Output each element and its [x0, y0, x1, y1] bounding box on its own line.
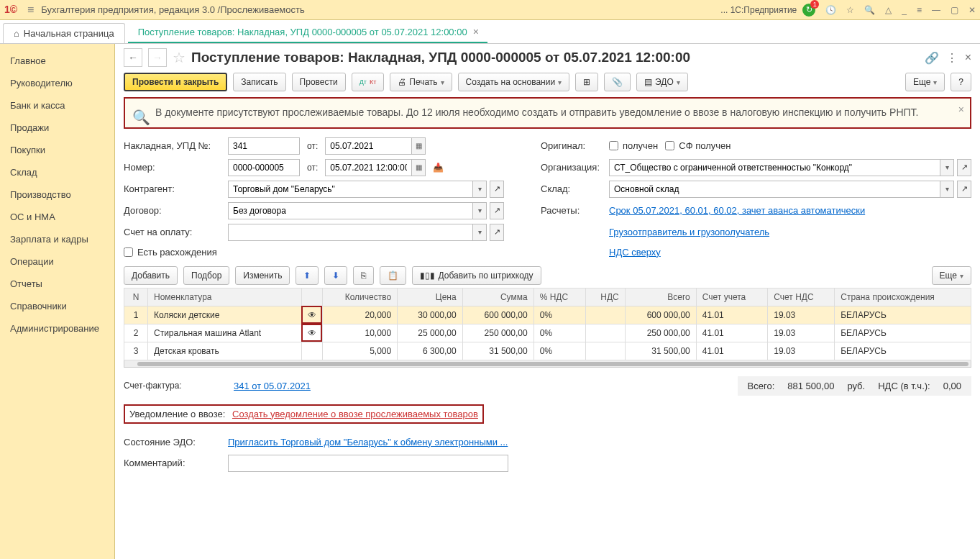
open-ref-icon[interactable]: ↗ — [490, 202, 504, 219]
sidebar-item[interactable]: Руководителю — [0, 72, 114, 94]
tab-document[interactable]: Поступление товаров: Накладная, УПД 0000… — [128, 22, 487, 43]
invoice-date-input[interactable] — [325, 137, 411, 155]
col-sum[interactable]: Сумма — [462, 288, 533, 306]
datetime-input[interactable] — [325, 159, 411, 176]
structure-button[interactable]: ⊞ — [575, 73, 598, 91]
collapse-icon[interactable]: _ — [902, 5, 907, 15]
open-ref-icon[interactable]: ↗ — [490, 181, 504, 198]
sf-link[interactable]: 341 от 05.07.2021 — [234, 381, 311, 391]
notifications-icon[interactable]: ↻ — [802, 4, 815, 17]
table-row[interactable]: 1 Коляски детские 👁 20,000 30 000,00 600… — [124, 306, 971, 324]
contract-input[interactable] — [228, 202, 472, 219]
col-country[interactable]: Страна происхождения — [835, 288, 971, 306]
calc-link[interactable]: Срок 05.07.2021, 60.01, 60.02, зачет ава… — [609, 205, 865, 216]
close-doc-icon[interactable]: × — [965, 51, 971, 65]
more-button[interactable]: Еще — [905, 73, 945, 91]
maximize-icon[interactable]: ▢ — [951, 5, 958, 15]
open-ref-icon[interactable]: ↗ — [490, 224, 504, 241]
table-more-button[interactable]: Еще — [932, 266, 971, 285]
sidebar-item[interactable]: Банк и касса — [0, 94, 114, 117]
sidebar-item[interactable]: Справочники — [0, 295, 114, 317]
sidebar-item[interactable]: Зарплата и кадры — [0, 228, 114, 250]
open-ref-icon[interactable]: ↗ — [957, 159, 971, 176]
edo-button[interactable]: ▤ЭДО — [636, 73, 688, 91]
counterparty-input[interactable] — [228, 181, 472, 198]
link-icon[interactable]: 🔗 — [925, 51, 939, 65]
received-checkbox[interactable] — [609, 141, 618, 150]
col-vatp[interactable]: % НДС — [533, 288, 586, 306]
sidebar-item[interactable]: Продажи — [0, 117, 114, 139]
paste-button[interactable]: 📋 — [380, 266, 406, 285]
help-button[interactable]: ? — [951, 73, 971, 91]
invite-edo-link[interactable]: Пригласить Торговый дом "Беларусь" к обм… — [228, 437, 508, 447]
dtkt-button[interactable]: ДтКт — [352, 73, 385, 91]
comment-input[interactable] — [228, 455, 508, 472]
sidebar-item[interactable]: Отчеты — [0, 273, 114, 295]
col-vat[interactable]: НДС — [586, 288, 626, 306]
attach-button[interactable]: 📎 — [604, 73, 631, 91]
dropdown-icon[interactable]: ▾ — [940, 159, 954, 176]
col-qty[interactable]: Количество — [322, 288, 398, 306]
trace-eye-icon[interactable]: 👁 — [301, 324, 322, 342]
col-price[interactable]: Цена — [398, 288, 462, 306]
table-row[interactable]: 3 Детская кровать 5,000 6 300,00 31 500,… — [124, 342, 971, 360]
trace-eye-icon[interactable]: 👁 — [301, 306, 322, 324]
bell-icon[interactable]: △ — [885, 5, 892, 15]
dropdown-icon[interactable]: ▾ — [472, 181, 487, 198]
sf-received-checkbox[interactable] — [665, 141, 674, 150]
menu-icon[interactable]: ≡ — [27, 4, 34, 17]
calendar-icon[interactable]: ▦ — [411, 159, 426, 176]
col-track[interactable] — [301, 288, 322, 306]
import-icon[interactable]: 📥 — [433, 163, 444, 173]
list-icon[interactable]: ≡ — [917, 5, 922, 15]
col-name[interactable]: Номенклатура — [147, 288, 301, 306]
sidebar-item[interactable]: Склад — [0, 161, 114, 183]
pay-invoice-input[interactable] — [228, 224, 472, 241]
create-based-button[interactable]: Создать на основании — [458, 73, 570, 91]
sidebar-item[interactable]: Покупки — [0, 139, 114, 161]
dropdown-icon[interactable]: ▾ — [472, 202, 487, 219]
col-vatacc[interactable]: Счет НДС — [768, 288, 835, 306]
create-import-notice-link[interactable]: Создать уведомление о ввозе прослеживаем… — [232, 409, 478, 419]
dropdown-icon[interactable]: ▾ — [940, 181, 954, 198]
sidebar-item[interactable]: Производство — [0, 183, 114, 206]
col-total[interactable]: Всего — [625, 288, 696, 306]
search-icon[interactable]: 🔍 — [864, 5, 875, 15]
close-tab-icon[interactable]: × — [473, 26, 479, 37]
post-and-close-button[interactable]: Провести и закрыть — [124, 73, 227, 91]
open-ref-icon[interactable]: ↗ — [957, 181, 971, 198]
shipper-link[interactable]: Грузоотправитель и грузополучатель — [609, 227, 769, 237]
add-row-button[interactable]: Добавить — [124, 266, 178, 285]
pick-button[interactable]: Подбор — [183, 266, 229, 285]
col-n[interactable]: N — [124, 288, 148, 306]
favorite-star-icon[interactable]: ☆ — [173, 49, 186, 66]
move-down-button[interactable]: ⬇ — [324, 266, 347, 285]
col-acc[interactable]: Счет учета — [696, 288, 768, 306]
history-icon[interactable]: 🕓 — [825, 5, 836, 15]
write-button[interactable]: Записать — [233, 73, 285, 91]
sidebar-item[interactable]: Администрирование — [0, 317, 114, 340]
invoice-no-input[interactable] — [228, 137, 300, 155]
discrepancy-checkbox[interactable] — [124, 247, 133, 257]
org-input[interactable] — [609, 159, 940, 176]
calendar-icon[interactable]: ▦ — [411, 137, 426, 155]
sidebar-item[interactable]: Главное — [0, 50, 114, 72]
horizontal-scrollbar[interactable] — [124, 360, 971, 368]
warehouse-input[interactable] — [609, 181, 940, 198]
copy-button[interactable]: ⎘ — [353, 266, 374, 285]
sidebar-item[interactable]: ОС и НМА — [0, 206, 114, 228]
minimize-icon[interactable]: — — [932, 5, 940, 15]
nav-forward-button[interactable]: → — [148, 48, 167, 67]
nav-back-button[interactable]: ← — [124, 48, 142, 67]
sidebar-item[interactable]: Операции — [0, 250, 114, 273]
close-window-icon[interactable]: ✕ — [968, 5, 976, 15]
tab-home[interactable]: ⌂ Начальная страница — [3, 23, 125, 43]
edit-row-button[interactable]: Изменить — [235, 266, 290, 285]
barcode-button[interactable]: ▮▯▮Добавить по штрихкоду — [412, 266, 541, 285]
number-input[interactable] — [228, 159, 300, 176]
vat-mode-link[interactable]: НДС сверху — [609, 247, 661, 258]
favorite-icon[interactable]: ☆ — [846, 5, 854, 15]
print-button[interactable]: 🖨Печать — [390, 73, 452, 91]
kebab-icon[interactable]: ⋮ — [946, 51, 958, 65]
table-row[interactable]: 2 Стиральная машина Atlant 👁 10,000 25 0… — [124, 324, 971, 342]
